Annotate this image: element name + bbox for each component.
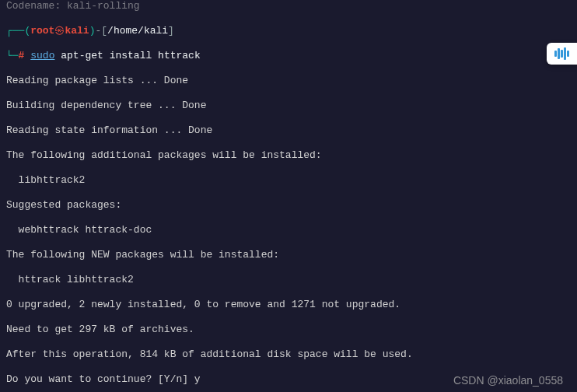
cmd-sudo: sudo: [30, 50, 54, 61]
audio-bar-icon: [558, 48, 560, 59]
partial-previous-line: Codename: kali-rolling: [0, 0, 577, 12]
prompt-user: root: [30, 25, 54, 37]
prompt-at: ㉿: [54, 25, 65, 37]
prompt-hash: #: [19, 50, 25, 61]
watermark-text: CSDN @xiaolan_0558: [453, 374, 563, 387]
prompt-line2-prefix: └─: [6, 50, 19, 61]
prompt-line-2: └─# sudo apt-get install httrack: [6, 50, 571, 62]
prompt-line-1: ┌──(root㉿kali)-[/home/kali]: [6, 25, 571, 37]
prompt-host: kali: [65, 25, 89, 37]
output-line: Reading package lists ... Done: [6, 75, 571, 87]
output-line: Reading state information ... Done: [6, 124, 571, 137]
output-line: Need to get 297 kB of archives.: [6, 324, 571, 336]
audio-widget-button[interactable]: [547, 43, 577, 65]
prompt-path: /home/kali: [107, 25, 168, 37]
cmd-rest: apt-get install httrack: [54, 50, 200, 61]
audio-bar-icon: [567, 51, 569, 57]
prompt-open: ┌──(: [6, 25, 30, 37]
output-line: The following NEW packages will be insta…: [6, 249, 571, 261]
output-line: httrack libhttrack2: [6, 274, 571, 286]
output-line: webhttrack httrack-doc: [6, 224, 571, 236]
output-line: Building dependency tree ... Done: [6, 100, 571, 112]
prompt-close-bracket: ]: [168, 25, 174, 37]
prompt-dash: -[: [95, 25, 107, 37]
audio-bar-icon: [564, 47, 566, 60]
output-line: After this operation, 814 kB of addition…: [6, 348, 571, 361]
output-line: Suggested packages:: [6, 199, 571, 212]
output-line: libhttrack2: [6, 174, 571, 187]
output-line: 0 upgraded, 2 newly installed, 0 to remo…: [6, 299, 571, 311]
audio-bar-icon: [561, 50, 563, 58]
terminal-output[interactable]: ┌──(root㉿kali)-[/home/kali] └─# sudo apt…: [0, 12, 577, 392]
audio-bar-icon: [554, 51, 557, 57]
output-line: The following additional packages will b…: [6, 149, 571, 162]
